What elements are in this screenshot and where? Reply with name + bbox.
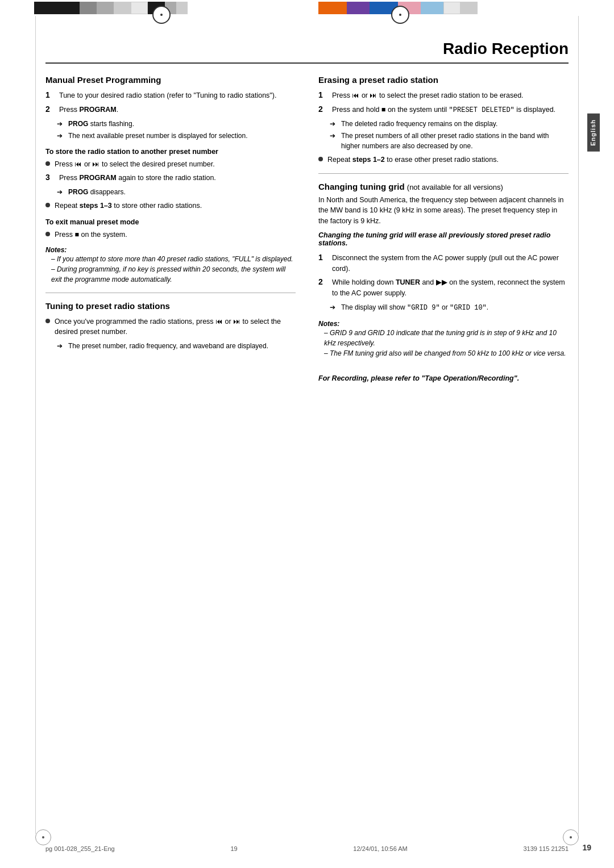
note-1: – If you attempt to store more than 40 p…	[51, 254, 296, 264]
bullet-exit: Press ■ on the system.	[45, 229, 296, 240]
er-step-1-content: Press ⏮ or ⏭ to select the preset radio …	[332, 90, 569, 101]
recording-note: For Recording, please refer to "Tape Ope…	[318, 374, 569, 382]
bullet-dot-3	[45, 232, 50, 236]
bullet-exit-content: Press ■ on the system.	[55, 229, 127, 240]
changing-intro: In North and South America, the frequenc…	[318, 195, 569, 227]
arrow-er-1: ➔ The deleted radio frequency remains on…	[330, 119, 569, 129]
note-4: – The FM tuning grid also will be change…	[324, 348, 569, 358]
bar-gray2	[97, 2, 114, 14]
changing-subheading: (not available for all versions)	[407, 183, 503, 191]
page-number: 19	[582, 843, 591, 852]
bar-purple	[347, 2, 370, 14]
bullet-dot-4	[45, 319, 50, 323]
side-line-right	[578, 16, 579, 834]
step-3-num: 3	[45, 173, 57, 183]
two-col-layout: Manual Preset Programming 1 Tune to your…	[45, 75, 569, 382]
corner-circle-right	[391, 6, 409, 24]
arrow-text-er2: The preset numbers of all other preset r…	[341, 131, 569, 151]
arrow-text-1: PROG starts flashing.	[68, 119, 134, 129]
bullet-repeat-content: Repeat steps 1–3 to store other radio st…	[55, 201, 202, 211]
arrow-preset-number: ➔ The next available preset number is di…	[57, 131, 296, 141]
manual-preset-heading: Manual Preset Programming	[45, 75, 296, 85]
arrow-prog-disappears: ➔ PROG disappears.	[57, 187, 296, 197]
footer-right-datetime: 12/24/01, 10:56 AM	[353, 845, 407, 852]
ch-step-2: 2 While holding down TUNER and ▶▶ on the…	[318, 277, 569, 299]
bullet-dot-er	[318, 157, 323, 161]
divider-1	[45, 293, 296, 293]
bar-dark1	[34, 2, 80, 14]
sub-heading-store-text: To store the radio station to another pr…	[45, 148, 218, 156]
bullet-select-content: Press ⏮ or ⏭ to select the desired prese…	[55, 159, 215, 170]
footer-code: 3139 115 21251	[523, 845, 569, 852]
bar-gray3	[114, 2, 131, 14]
changing-warning: Changing the tuning grid will erase all …	[318, 231, 569, 247]
arrow-ch-1: ➔ The display will show "GRID 9" or "GRI…	[330, 302, 569, 313]
step-1-content: Tune to your desired radio station (refe…	[59, 90, 296, 101]
corner-circle-bottom-left	[35, 829, 51, 845]
sidebar-label: English	[590, 119, 596, 146]
bar-orange	[318, 2, 347, 14]
bullet-er-content: Repeat steps 1–2 to erase other preset r…	[327, 155, 499, 165]
english-sidebar-tab: English	[587, 114, 600, 152]
page-title: Radio Reception	[45, 40, 569, 64]
arrow-text-3: PROG disappears.	[68, 187, 126, 197]
ch-step-1-num: 1	[318, 253, 330, 274]
step-1-num: 1	[45, 90, 57, 101]
tuning-heading: Tuning to preset radio stations	[45, 301, 296, 311]
footer-center: 19	[230, 845, 237, 852]
notes-right: Notes: – GRID 9 and GRID 10 indicate tha…	[318, 320, 569, 358]
bullet-tuning: Once you've programmed the radio station…	[45, 316, 296, 338]
notes-right-title: Notes:	[318, 320, 569, 328]
arrow-icon-1: ➔	[57, 119, 66, 129]
recording-note-block: For Recording, please refer to "Tape Ope…	[318, 374, 569, 382]
arrow-icon-ch1: ➔	[330, 302, 339, 313]
step-3-content: Press PROGRAM again to store the radio s…	[59, 173, 296, 183]
bullet-select-preset: Press ⏮ or ⏭ to select the desired prese…	[45, 159, 296, 170]
arrow-text-ch1: The display will show "GRID 9" or "GRID …	[341, 302, 488, 313]
arrow-text-4: The preset number, radio frequency, and …	[68, 341, 268, 351]
corner-circle-bottom-right	[563, 829, 579, 845]
changing-heading-block: Changing tuning grid (not available for …	[318, 182, 569, 191]
note-3: – GRID 9 and GRID 10 indicate that the t…	[324, 328, 569, 348]
arrow-icon-er2: ➔	[330, 131, 339, 151]
changing-heading-text: Changing tuning grid	[318, 182, 405, 191]
bullet-dot-2	[45, 203, 50, 207]
bullet-tuning-content: Once you've programmed the radio station…	[55, 316, 296, 338]
changing-heading: Changing tuning grid (not available for …	[318, 182, 503, 191]
arrow-icon-3: ➔	[57, 187, 66, 197]
step-2: 2 Press PROGRAM.	[45, 105, 296, 115]
corner-circle-left	[152, 6, 171, 24]
main-content: Radio Reception Manual Preset Programmin…	[45, 40, 569, 823]
sub-heading-store: To store the radio station to another pr…	[45, 148, 296, 156]
arrow-icon-er1: ➔	[330, 119, 339, 129]
erasing-heading: Erasing a preset radio station	[318, 75, 569, 85]
er-step-1: 1 Press ⏮ or ⏭ to select the preset radi…	[318, 90, 569, 101]
bar-gray1	[80, 2, 97, 14]
step-2-num: 2	[45, 105, 57, 115]
divider-2	[318, 173, 569, 174]
bullet-dot-1	[45, 161, 50, 166]
bullet-er-repeat: Repeat steps 1–2 to erase other preset r…	[318, 155, 569, 165]
footer-left: pg 001-028_255_21-Eng	[45, 845, 115, 852]
bar-lightblue	[421, 2, 443, 14]
bar-white2	[443, 2, 460, 14]
ch-step-2-content: While holding down TUNER and ▶▶ on the s…	[332, 277, 569, 299]
arrow-er-2: ➔ The preset numbers of all other preset…	[330, 131, 569, 151]
arrow-prog-flash: ➔ PROG starts flashing.	[57, 119, 296, 129]
ch-step-1-content: Disconnect the system from the AC power …	[332, 253, 569, 274]
arrow-text-2: The next available preset number is disp…	[68, 131, 248, 141]
note-2: – During programming, if no key is press…	[51, 264, 296, 285]
arrow-icon-4: ➔	[57, 341, 66, 351]
step-1: 1 Tune to your desired radio station (re…	[45, 90, 296, 101]
bullet-repeat-steps: Repeat steps 1–3 to store other radio st…	[45, 201, 296, 211]
arrow-text-er1: The deleted radio frequency remains on t…	[341, 119, 497, 129]
step-3-bold: PROGRAM	[79, 174, 116, 182]
sub-heading-exit: To exit manual preset mode	[45, 218, 296, 226]
er-step-2-num: 2	[318, 105, 330, 115]
left-column: Manual Preset Programming 1 Tune to your…	[45, 75, 296, 382]
ch-step-2-num: 2	[318, 277, 330, 299]
ch-step-1: 1 Disconnect the system from the AC powe…	[318, 253, 569, 274]
step-3: 3 Press PROGRAM again to store the radio…	[45, 173, 296, 183]
notes-left-title: Notes:	[45, 246, 296, 254]
arrow-icon-2: ➔	[57, 131, 66, 141]
